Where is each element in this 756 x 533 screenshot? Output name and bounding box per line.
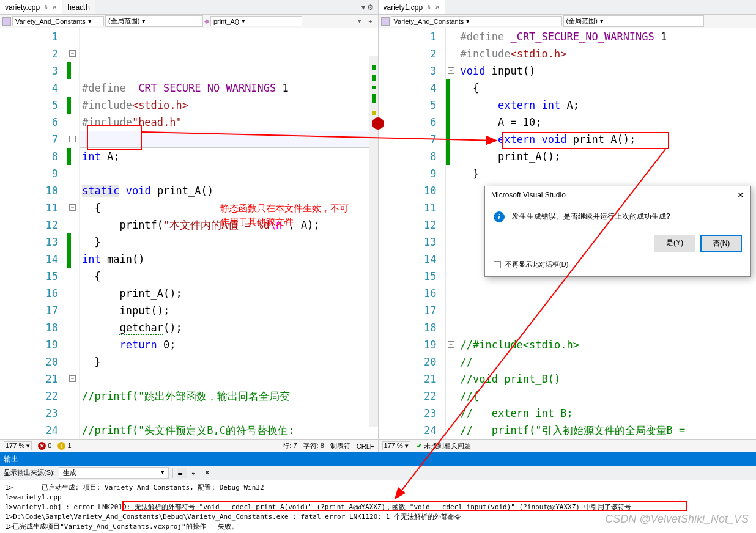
- left-status-strip: 177 % ▾ ✕ 0 ! 1 行: 7 字符: 8 制表符 CRLF: [0, 439, 378, 452]
- info-icon: i: [494, 211, 505, 222]
- output-header: 输出: [0, 452, 756, 466]
- gear-icon[interactable]: ▾ ⚙: [361, 3, 374, 12]
- left-nav-bar: Variety_And_Constants▾ (全局范围)▾ ◆ print_A…: [0, 15, 378, 28]
- dialog-message: 发生生成错误。是否继续并运行上次的成功生成?: [512, 211, 670, 222]
- annotation-text: 静态函数只在本文件生效，不可 作用于其他源文件: [220, 202, 349, 229]
- context-dropdown[interactable]: (全局范围)▾: [105, 15, 203, 27]
- watermark: CSDN @VelvetShiki_Not_VS: [605, 513, 749, 526]
- dont-show-label: 不再显示此对话框(D): [505, 260, 568, 268]
- tab-label: head.h: [67, 3, 90, 12]
- dialog-title: Microsoft Visual Studio: [491, 191, 566, 199]
- nav-scope-icon: [381, 17, 390, 26]
- tab-head-h[interactable]: head.h: [62, 0, 95, 14]
- split-down-icon[interactable]: ▾: [355, 17, 365, 26]
- dont-show-checkbox[interactable]: [494, 261, 501, 268]
- tab-variety1-cpp[interactable]: variety1.cpp ⇳ ✕: [379, 0, 446, 14]
- tabs-indicator: 制表符: [330, 441, 350, 450]
- wrap-icon[interactable]: ↲: [190, 468, 200, 478]
- nav-scope-icon: [2, 17, 11, 26]
- dialog-close-icon[interactable]: ✕: [737, 190, 744, 200]
- output-source-dropdown[interactable]: 生成▾: [59, 467, 169, 479]
- scroll-map[interactable]: [369, 56, 378, 427]
- yes-button[interactable]: 是(Y): [654, 235, 695, 252]
- right-nav-bar: Variety_And_Constants▾ (全局范围)▾: [379, 15, 757, 28]
- zoom-indicator[interactable]: 177 % ▾: [4, 441, 32, 450]
- build-error-dialog: Microsoft Visual Studio ✕ i 发生生成错误。是否继续并…: [484, 186, 751, 277]
- error-indicator[interactable]: ✕ 0: [38, 442, 51, 450]
- left-code-area[interactable]: 123456789101112131415161718192021222324 …: [0, 28, 378, 439]
- line-indicator: 行: 7: [283, 441, 297, 450]
- function-dropdown[interactable]: print_A()▾: [210, 16, 302, 26]
- tab-variety-cpp[interactable]: variety.cpp ⇳ ✕: [0, 0, 62, 14]
- tab-label: variety.cpp: [5, 3, 40, 12]
- context-dropdown[interactable]: (全局范围)▾: [563, 15, 704, 27]
- close-icon[interactable]: ✕: [435, 4, 440, 10]
- output-toolbar: 显示输出来源(S): 生成▾ ≣ ↲ ✕: [0, 466, 756, 480]
- char-indicator: 字符: 8: [303, 441, 324, 450]
- clear-icon[interactable]: ≣: [177, 468, 187, 478]
- pin-icon[interactable]: ⇳: [43, 4, 48, 10]
- output-source-label: 显示输出来源(S):: [4, 468, 55, 477]
- tab-label: variety1.cpp: [384, 3, 423, 12]
- split-plus-icon[interactable]: +: [366, 17, 376, 26]
- issues-indicator: ✔ 未找到相关问题: [417, 441, 471, 450]
- right-tab-bar: variety1.cpp ⇳ ✕: [379, 0, 757, 15]
- right-status-strip: 177 % ▾ ✔ 未找到相关问题: [379, 439, 757, 452]
- left-tab-bar: variety.cpp ⇳ ✕ head.h ▾ ⚙: [0, 0, 378, 15]
- clear-all-icon[interactable]: ✕: [204, 468, 213, 478]
- crlf-indicator: CRLF: [357, 443, 374, 450]
- close-icon[interactable]: ✕: [52, 4, 57, 10]
- scope-dropdown[interactable]: Variety_And_Constants▾: [12, 16, 104, 26]
- pin-icon[interactable]: ⇳: [426, 4, 431, 10]
- warning-indicator[interactable]: ! 1: [57, 442, 71, 450]
- breakpoint-dot: [372, 117, 384, 130]
- no-button[interactable]: 否(N): [700, 235, 742, 252]
- zoom-indicator[interactable]: 177 % ▾: [382, 441, 410, 450]
- scope-dropdown[interactable]: Variety_And_Constants▾: [391, 16, 562, 26]
